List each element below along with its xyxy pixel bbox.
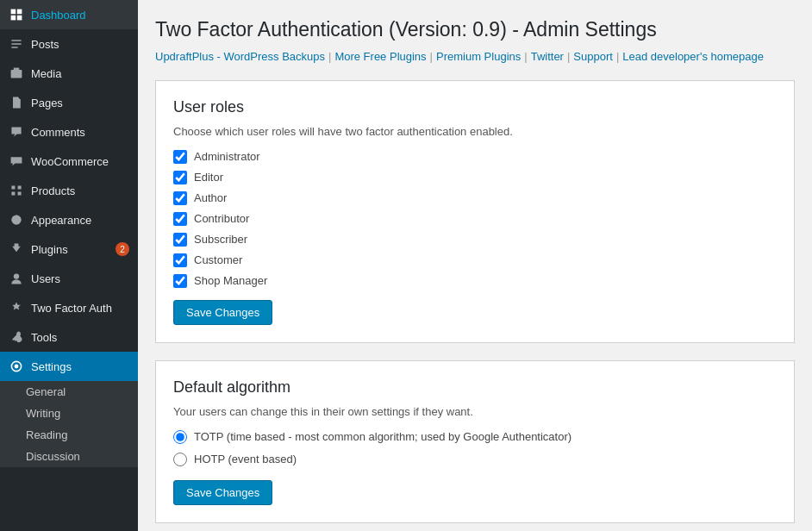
default-algorithm-heading: Default algorithm: [173, 378, 777, 397]
submenu-discussion[interactable]: Discussion: [9, 446, 138, 467]
algorithm-hotp-label: HOTP (event based): [194, 453, 297, 465]
user-roles-section: User roles Choose which user roles will …: [155, 80, 795, 343]
role-contributor-checkbox[interactable]: [173, 212, 187, 226]
settings-icon: [9, 359, 24, 374]
role-editor-row: Editor: [173, 171, 777, 184]
svg-rect-1: [17, 9, 22, 15]
role-shopmanager-checkbox[interactable]: [173, 274, 187, 288]
sep-5: |: [616, 50, 619, 63]
submenu-writing[interactable]: Writing: [9, 403, 138, 424]
sidebar-item-dashboard[interactable]: Dashboard: [0, 0, 138, 29]
submenu-general[interactable]: General: [9, 381, 138, 403]
role-administrator-checkbox[interactable]: [173, 150, 187, 164]
sidebar-item-woocommerce[interactable]: WooCommerce: [0, 147, 138, 176]
role-subscriber-label: Subscriber: [194, 233, 247, 246]
sidebar-label-media: Media: [31, 67, 61, 80]
algorithm-totp-radio[interactable]: [173, 430, 187, 444]
user-roles-save-button[interactable]: Save Changes: [173, 300, 272, 325]
sidebar-item-posts[interactable]: Posts: [0, 29, 138, 59]
role-customer-label: Customer: [194, 253, 242, 266]
sidebar-label-appearance: Appearance: [31, 214, 91, 227]
sidebar-label-users: Users: [31, 272, 60, 285]
support-link[interactable]: Support: [573, 50, 613, 63]
role-contributor-row: Contributor: [173, 212, 777, 226]
svg-rect-0: [11, 9, 16, 15]
settings-submenu: General Writing Reading Discussion: [0, 381, 138, 467]
sidebar-label-products: Products: [31, 184, 75, 197]
premium-link[interactable]: Premium Plugins: [436, 50, 521, 63]
dashboard-icon: [9, 7, 24, 22]
posts-icon: [9, 36, 24, 52]
media-icon: [9, 66, 24, 81]
svg-rect-4: [11, 70, 22, 78]
sidebar-label-tools: Tools: [31, 331, 57, 344]
main-content: Two Factor Authentication (Version: 0.9)…: [138, 0, 812, 531]
links-bar: UpdraftPlus - WordPress Backups | More F…: [155, 50, 795, 63]
plugins-badge: 2: [116, 242, 129, 256]
sidebar: Dashboard Posts Media Pages Comments Woo…: [0, 0, 138, 531]
sep-4: |: [567, 50, 570, 63]
twitter-link[interactable]: Twitter: [531, 50, 564, 63]
role-editor-checkbox[interactable]: [173, 171, 187, 184]
sidebar-label-dashboard: Dashboard: [31, 9, 86, 22]
svg-point-6: [14, 273, 19, 278]
role-customer-row: Customer: [173, 253, 777, 267]
sep-2: |: [430, 50, 433, 63]
role-author-row: Author: [173, 191, 777, 205]
comments-icon: [9, 124, 24, 140]
lead-dev-link[interactable]: Lead developer's homepage: [622, 50, 764, 63]
role-administrator-label: Administrator: [194, 150, 260, 163]
sidebar-item-media[interactable]: Media: [0, 59, 138, 88]
role-author-checkbox[interactable]: [173, 191, 187, 205]
sidebar-label-woocommerce: WooCommerce: [31, 155, 109, 168]
sidebar-item-settings[interactable]: Settings: [0, 352, 138, 381]
sidebar-item-appearance[interactable]: Appearance: [0, 205, 138, 234]
role-author-label: Author: [194, 191, 227, 204]
pages-icon: [9, 95, 24, 110]
sidebar-label-plugins: Plugins: [31, 243, 68, 256]
user-roles-description: Choose which user roles will have two fa…: [173, 125, 777, 138]
role-shopmanager-label: Shop Manager: [194, 274, 267, 287]
user-roles-heading: User roles: [173, 98, 777, 116]
submenu-reading[interactable]: Reading: [9, 424, 138, 446]
sidebar-item-plugins[interactable]: Plugins 2: [0, 234, 138, 264]
role-customer-checkbox[interactable]: [173, 253, 187, 267]
page-title: Two Factor Authentication (Version: 0.9)…: [155, 17, 795, 43]
products-icon: [9, 183, 24, 198]
algorithm-hotp-row: HOTP (event based): [173, 453, 777, 466]
role-administrator-row: Administrator: [173, 150, 777, 164]
sidebar-label-settings: Settings: [31, 360, 72, 373]
sidebar-label-pages: Pages: [31, 97, 63, 109]
sidebar-item-pages[interactable]: Pages: [0, 88, 138, 117]
tools-icon: [9, 329, 24, 345]
updraftplus-link[interactable]: UpdraftPlus - WordPress Backups: [155, 50, 325, 63]
role-subscriber-checkbox[interactable]: [173, 233, 187, 247]
sidebar-item-comments[interactable]: Comments: [0, 117, 138, 147]
woocommerce-icon: [9, 153, 24, 169]
sidebar-item-tools[interactable]: Tools: [0, 322, 138, 352]
tfa-icon: [9, 300, 24, 315]
sidebar-item-two-factor-auth[interactable]: Two Factor Auth: [0, 293, 138, 322]
algorithm-totp-label: TOTP (time based - most common algorithm…: [194, 430, 572, 443]
default-algorithm-description: Your users can change this in their own …: [173, 405, 777, 418]
algorithm-hotp-radio[interactable]: [173, 453, 187, 466]
sidebar-item-users[interactable]: Users: [0, 264, 138, 293]
appearance-icon: [9, 212, 24, 228]
sep-1: |: [328, 50, 331, 63]
svg-point-7: [15, 365, 19, 369]
role-shopmanager-row: Shop Manager: [173, 274, 777, 288]
sep-3: |: [524, 50, 527, 63]
default-algorithm-save-button[interactable]: Save Changes: [173, 480, 272, 505]
default-algorithm-section: Default algorithm Your users can change …: [155, 360, 795, 523]
role-subscriber-row: Subscriber: [173, 233, 777, 247]
svg-rect-3: [17, 16, 22, 21]
more-free-link[interactable]: More Free Plugins: [334, 50, 426, 63]
svg-rect-2: [11, 16, 16, 21]
users-icon: [9, 271, 24, 286]
role-contributor-label: Contributor: [194, 212, 249, 225]
plugins-icon: [9, 241, 24, 257]
sidebar-label-comments: Comments: [31, 126, 85, 139]
sidebar-item-products[interactable]: Products: [0, 176, 138, 205]
sidebar-label-tfa: Two Factor Auth: [31, 302, 112, 315]
role-editor-label: Editor: [194, 171, 223, 184]
